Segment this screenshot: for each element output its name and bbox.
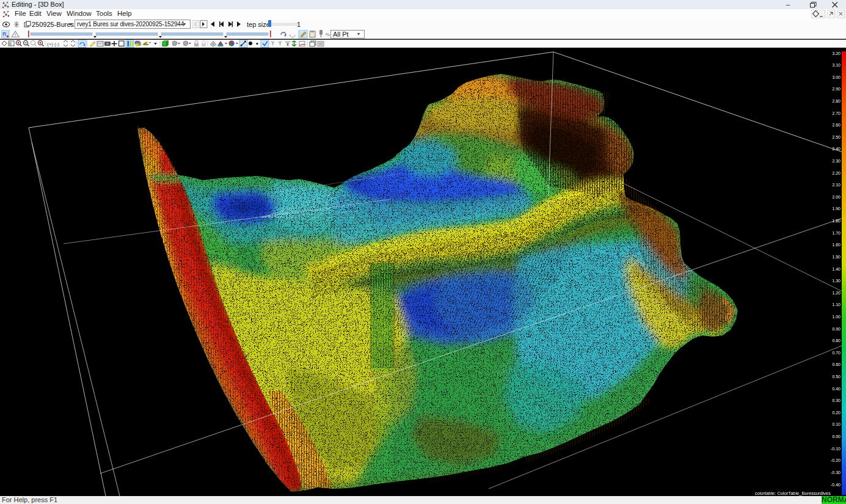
svg-text:0.60: 0.60 [832,362,841,367]
svg-text:2.90: 2.90 [832,87,841,91]
svg-text:0.70: 0.70 [832,351,841,355]
svg-text:3.20: 3.20 [832,51,841,56]
svg-text:2.60: 2.60 [832,123,841,127]
svg-text:1.60: 1.60 [832,243,841,247]
svg-text:-0.20: -0.20 [831,458,841,462]
svg-text:1.80: 1.80 [832,219,841,223]
svg-text:1.50: 1.50 [832,255,841,259]
svg-text:0.20: 0.20 [832,411,841,415]
svg-text:0.50: 0.50 [832,374,841,379]
svg-text:1.90: 1.90 [832,206,841,211]
svg-text:1.30: 1.30 [832,279,841,283]
svg-text:0.00: 0.00 [832,434,841,439]
svg-text:R: R [2,31,7,37]
svg-text:2.70: 2.70 [832,111,841,115]
svg-text:2.20: 2.20 [832,171,841,175]
svg-text:0.40: 0.40 [832,387,841,391]
svg-text:⅔: ⅔ [326,32,330,37]
svg-text:2.80: 2.80 [832,99,841,103]
svg-text:3.10: 3.10 [832,63,841,67]
svg-text:-0.40: -0.40 [831,483,841,487]
svg-text:1.40: 1.40 [832,267,841,271]
svg-text:0.30: 0.30 [832,398,841,403]
svg-text:2.00: 2.00 [832,195,841,199]
svg-text:1.20: 1.20 [832,291,841,295]
svg-text:2.40: 2.40 [832,147,841,151]
svg-text:2.50: 2.50 [832,135,841,139]
svg-text:0.10: 0.10 [832,422,841,426]
svg-text:1.70: 1.70 [832,231,841,235]
svg-text:2.30: 2.30 [832,159,841,163]
svg-text:0.80: 0.80 [832,338,841,343]
svg-text:1.10: 1.10 [832,302,841,307]
svg-text:1.00: 1.00 [832,315,841,319]
svg-text:E: E [9,42,12,46]
svg-text:0.90: 0.90 [832,327,841,331]
svg-text:3.00: 3.00 [832,75,841,79]
svg-text:-0.10: -0.10 [831,447,841,451]
svg-text:(+): (+) [47,42,53,47]
svg-text:colortable: ColorTable_Buressu: colortable: ColorTable_Buressurdives [755,491,831,496]
svg-text:2.10: 2.10 [832,183,841,187]
svg-text:-0.30: -0.30 [831,470,841,475]
svg-text:(-): (-) [54,42,59,47]
